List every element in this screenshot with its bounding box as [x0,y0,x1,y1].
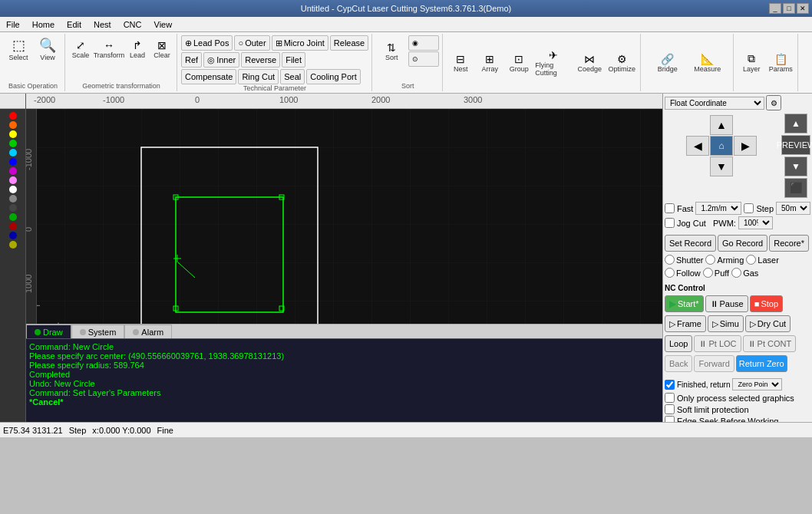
nav-extra-button[interactable]: ⬛ [784,178,807,198]
inner-button[interactable]: ◎ Inner [203,52,239,68]
nav-left-button[interactable]: ◀ [686,136,709,156]
coord-select[interactable]: Float Coordinate Machine Coordinate Work… [665,97,764,110]
loop-button[interactable]: Loop [665,335,692,352]
coord-settings-button[interactable]: ⚙ [766,95,781,110]
view-button[interactable]: 🔍 View [34,35,61,63]
layer-dot-blue[interactable] [9,158,17,166]
scale-button[interactable]: ⤢ Scale [69,35,92,63]
outer-button[interactable]: ○ Outer [234,35,269,51]
pt-loc-button[interactable]: ⏸ Pt LOC [694,335,741,352]
transform-button[interactable]: ↔ Transform [94,35,124,63]
reverse-button[interactable]: Reverse [241,52,280,68]
sort-option2[interactable]: ⊙ [408,51,439,67]
step-select[interactable]: 50mm [776,202,810,215]
group-button[interactable]: ⊡ Group [505,49,533,77]
release-button[interactable]: Release [330,35,368,51]
compensate-button[interactable]: Compensate [181,69,236,84]
menu-nest[interactable]: Nest [87,17,117,31]
forward-button[interactable]: Forward [694,355,734,372]
layer-dot-pink[interactable] [9,176,17,184]
sort-option1[interactable]: ◉ [408,35,439,51]
ref-button[interactable]: Ref [181,52,202,68]
layer-dot-white[interactable] [9,186,17,193]
menu-view[interactable]: View [148,17,179,31]
recore-button[interactable]: Recore* [769,235,809,252]
laser-radio[interactable] [746,255,756,265]
preview-button[interactable]: PREVIEW [781,135,810,155]
only-selected-checkbox[interactable] [665,393,675,403]
optimize-button[interactable]: ⚙ Optimize [606,49,637,77]
nest-button[interactable]: ⊟ Nest [447,49,474,77]
frame-button[interactable]: ▷ Frame [665,315,706,332]
zero-point-select[interactable]: Zero Point [732,378,782,390]
pause-button[interactable]: ⏸ Pause [705,295,748,312]
tab-draw[interactable]: Draw [26,325,71,338]
sort-button[interactable]: ⇅ Sort [376,38,407,65]
select-button[interactable]: ⬚ Select [5,35,32,63]
nav-up-button[interactable]: ▲ [710,115,733,135]
step-checkbox[interactable] [744,203,754,213]
nav-right-button[interactable]: ▶ [734,136,757,156]
layer-dot-green[interactable] [9,140,17,147]
coedge-button[interactable]: ⋈ Coedge [574,49,605,77]
layer-dot-red[interactable] [9,112,17,120]
layer-dot-darkgray[interactable] [9,204,17,212]
simu-button[interactable]: ▷ Simu [708,315,744,332]
micro-joint-button[interactable]: ⊞ Micro Joint [272,35,328,51]
tab-system[interactable]: System [71,325,125,338]
pwm-select[interactable]: 100% [738,216,773,229]
back-button[interactable]: Back [665,355,692,372]
nav-z-up-button[interactable]: ▲ [784,114,807,133]
fast-select[interactable]: 1.2m/mi [695,202,741,215]
params-button[interactable]: 📋 Params [767,49,794,77]
nav-down-button[interactable]: ▼ [710,157,733,176]
nav-home-button[interactable]: ⌂ [710,136,733,156]
shutter-radio[interactable] [665,255,675,265]
cooling-port-button[interactable]: Cooling Port [306,69,361,84]
ring-cut-button[interactable]: Ring Cut [238,69,279,84]
maximize-button[interactable]: □ [783,3,795,14]
go-record-button[interactable]: Go Record [718,235,767,252]
bridge-button[interactable]: 🔗 Bridge [649,49,687,77]
layer-dot-orange[interactable] [9,121,17,129]
jog-cut-checkbox[interactable] [665,218,675,228]
clear-button[interactable]: ⊠ Clear [150,35,173,63]
layer-dot-cyan[interactable] [9,149,17,157]
gas-radio[interactable] [731,268,741,278]
menu-edit[interactable]: Edit [61,17,87,31]
layer-dot-darkgreen[interactable] [9,213,17,221]
layer-dot-purple[interactable] [9,167,17,175]
layer-dot-darkblue[interactable] [9,232,17,239]
seal-button[interactable]: Seal [280,69,305,84]
return-zero-button[interactable]: Return Zero [736,355,787,372]
start-button[interactable]: ▶ Start* [665,295,704,312]
layer-button[interactable]: ⧉ Layer [738,49,765,77]
edge-seek-checkbox[interactable] [665,416,675,422]
tab-alarm[interactable]: Alarm [124,325,172,338]
layer-dot-darkred[interactable] [9,222,17,230]
menu-file[interactable]: File [0,17,26,31]
flying-cutting-button[interactable]: ✈ Flying Cutting [534,49,573,77]
menu-cnc[interactable]: CNC [117,17,148,31]
stop-button[interactable]: ■ Stop [750,295,783,312]
menu-home[interactable]: Home [26,17,61,31]
pt-cont-button[interactable]: ⏸ Pt CONT [743,335,797,352]
layer-dot-olive[interactable] [9,241,17,249]
lead-button[interactable]: ↱ Lead [126,35,149,63]
follow-radio[interactable] [665,268,675,278]
dry-cut-button[interactable]: ▷ Dry Cut [745,315,791,332]
finished-return-checkbox[interactable] [665,380,675,390]
puff-radio[interactable] [703,268,713,278]
close-button[interactable]: ✕ [797,3,809,14]
fast-checkbox[interactable] [665,203,675,213]
layer-dot-yellow[interactable] [9,130,17,138]
drawing-canvas[interactable]: Y X [26,109,662,324]
nav-z-down-button[interactable]: ▼ [784,157,807,176]
lead-pos-button[interactable]: ⊕ Lead Pos [181,35,233,51]
minimize-button[interactable]: _ [769,3,781,14]
soft-limit-checkbox[interactable] [665,404,675,414]
filet-button[interactable]: Filet [282,52,305,68]
measure-button[interactable]: 📐 Measure [688,49,727,77]
set-record-button[interactable]: Set Record [665,235,716,252]
arming-radio[interactable] [705,255,715,265]
